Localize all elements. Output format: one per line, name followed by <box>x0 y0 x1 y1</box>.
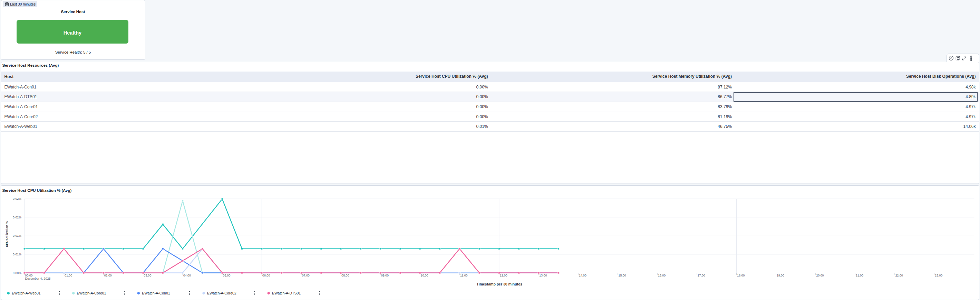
svg-text:04:00: 04:00 <box>183 274 191 277</box>
svg-text:EWatch-A-Web01: EWatch-A-Web01 <box>12 291 41 295</box>
svg-text:22:00: 22:00 <box>896 274 903 277</box>
svg-text:01:00: 01:00 <box>65 274 72 277</box>
svg-text:07:00: 07:00 <box>302 274 310 277</box>
svg-text:Timestamp per 30 minutes: Timestamp per 30 minutes <box>477 282 522 286</box>
svg-text:11:00: 11:00 <box>460 274 468 277</box>
svg-text:19:00: 19:00 <box>777 274 784 277</box>
svg-text:05:00: 05:00 <box>223 274 231 277</box>
svg-text:EWatch-A-DTS01: EWatch-A-DTS01 <box>272 291 301 295</box>
svg-text:13:00: 13:00 <box>539 274 547 277</box>
svg-text:03:00: 03:00 <box>143 274 151 277</box>
svg-text:0.01%: 0.01% <box>13 253 21 256</box>
svg-text:16:00: 16:00 <box>658 274 665 277</box>
svg-text:CPU Utilization %: CPU Utilization % <box>5 221 9 247</box>
svg-text:EWatch-A-Core01: EWatch-A-Core01 <box>77 291 106 295</box>
svg-text:10:00: 10:00 <box>421 274 428 277</box>
svg-text:06:00: 06:00 <box>262 274 270 277</box>
svg-text:18:00: 18:00 <box>737 274 745 277</box>
svg-text:EWatch-A-Con01: EWatch-A-Con01 <box>142 291 170 295</box>
svg-text:21:00: 21:00 <box>856 274 863 277</box>
svg-text:December 4, 2025: December 4, 2025 <box>25 277 51 280</box>
svg-text:02:00: 02:00 <box>104 274 112 277</box>
svg-text:17:00: 17:00 <box>698 274 705 277</box>
svg-text:0.02%: 0.02% <box>13 215 21 219</box>
svg-text:0.02%: 0.02% <box>13 197 21 201</box>
svg-text:14:00: 14:00 <box>579 274 587 277</box>
svg-text:09:00: 09:00 <box>381 274 389 277</box>
svg-text:0.00%: 0.00% <box>13 271 21 275</box>
svg-text:20:00: 20:00 <box>816 274 824 277</box>
svg-text:12:00: 12:00 <box>500 274 508 277</box>
svg-text:23:00: 23:00 <box>935 274 942 277</box>
svg-text:0.01%: 0.01% <box>13 234 21 238</box>
svg-text:EWatch-A-Core02: EWatch-A-Core02 <box>207 291 237 295</box>
svg-text:15:00: 15:00 <box>619 274 626 277</box>
svg-text:08:00: 08:00 <box>341 274 349 277</box>
